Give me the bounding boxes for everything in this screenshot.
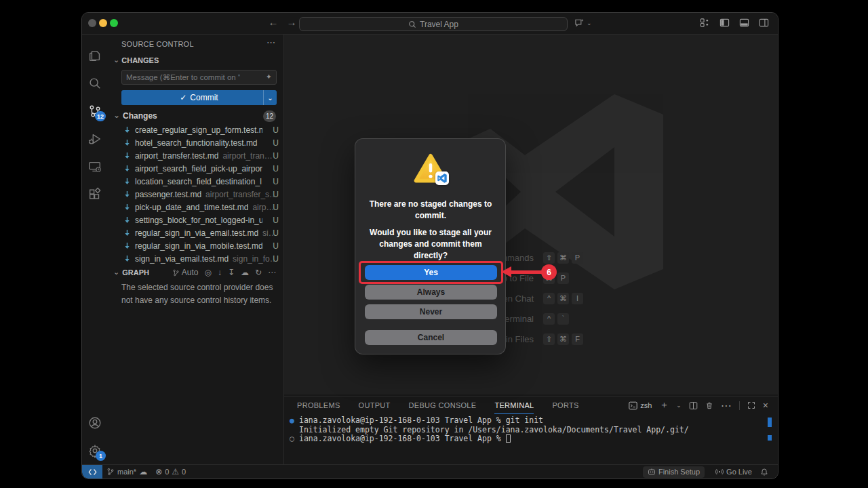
git-status-label: U	[273, 190, 279, 199]
copilot-menu[interactable]: ⌄	[574, 18, 592, 28]
git-status-label: U	[273, 216, 279, 225]
file-row[interactable]: settings_block_for_not_logged-in_u…U	[108, 214, 284, 226]
cancel-button[interactable]: Cancel	[365, 330, 497, 345]
commit-message-input[interactable]	[122, 70, 244, 84]
tab-debug-console[interactable]: DEBUG CONSOLE	[409, 396, 477, 414]
pull-icon[interactable]: ↧	[228, 268, 235, 277]
vscode-app-badge	[435, 171, 449, 185]
sidebar-item-source-control[interactable]: 12	[82, 97, 108, 125]
changes-section-header[interactable]: ⌄ CHANGES	[113, 56, 159, 65]
customize-layout-icon[interactable]	[700, 18, 710, 28]
markdown-file-icon	[123, 228, 132, 237]
sidebar-item-search[interactable]	[82, 69, 108, 97]
warnings-icon: ⚠	[172, 467, 179, 476]
maximize-panel-icon[interactable]	[747, 401, 755, 409]
run-debug-icon	[87, 131, 102, 146]
branch-icon	[172, 269, 180, 277]
file-row[interactable]: hotel_search_functionality.test.mdU	[108, 136, 284, 149]
graph-section-header[interactable]: ⌄ GRAPH Auto ◎ ↓ ↧ ☁ ↻ ⋯	[113, 266, 279, 279]
changes-tree-header[interactable]: ⌄ Changes 12	[113, 109, 279, 123]
sidebar-title: SOURCE CONTROL	[121, 40, 194, 48]
forward-icon[interactable]: →	[285, 16, 298, 28]
tab-terminal[interactable]: TERMINAL	[494, 396, 534, 414]
file-row[interactable]: sign_in_via_email.test.mdsign_in_fo…U	[108, 252, 284, 265]
workspace-title: Travel App	[420, 20, 458, 29]
settings-badge: 1	[96, 451, 106, 461]
sidebar-item-explorer[interactable]	[82, 41, 108, 69]
bottom-panel: PROBLEMS OUTPUT DEBUG CONSOLE TERMINAL P…	[284, 396, 778, 466]
extensions-icon	[87, 187, 102, 202]
finish-setup-button[interactable]: Finish Setup	[643, 466, 705, 478]
accounts-button[interactable]	[82, 409, 108, 436]
close-panel-icon[interactable]: ×	[763, 400, 768, 411]
git-status-label: U	[273, 151, 279, 161]
split-terminal-icon[interactable]	[689, 401, 698, 410]
status-bar: main* ☁ ⊗ 0 ⚠ 0 Finish Setup Go Live	[82, 464, 778, 479]
chevron-down-icon: ⌄	[113, 56, 119, 64]
publish-cloud-icon: ☁	[139, 467, 147, 476]
terminal-shell-label[interactable]: zsh	[629, 401, 652, 410]
push-cloud-icon[interactable]: ☁	[241, 268, 249, 277]
more-actions-icon[interactable]: ⋯	[267, 37, 275, 47]
chevron-down-icon[interactable]: ⌄	[676, 402, 682, 409]
back-icon[interactable]: ←	[267, 16, 280, 28]
close-window-button[interactable]	[88, 19, 96, 27]
sidebar-item-extensions[interactable]	[82, 180, 108, 208]
tab-ports[interactable]: PORTS	[552, 396, 578, 414]
branch-status[interactable]: main* ☁	[102, 465, 151, 479]
toggle-primary-sidebar-icon[interactable]	[719, 18, 730, 28]
scm-changes-badge: 12	[95, 111, 106, 121]
command-center-search[interactable]: Travel App	[299, 17, 568, 31]
file-row[interactable]: create_regular_sign_up_form.test.mdU	[108, 123, 284, 136]
markdown-file-icon	[123, 151, 132, 160]
zoom-window-button[interactable]	[110, 19, 118, 27]
divider	[739, 401, 740, 410]
graph-target-icon[interactable]: ◎	[204, 268, 211, 277]
file-row[interactable]: regular_sign_in_via_mobile.test.md…U	[108, 239, 284, 252]
generate-commit-message-icon[interactable]: ✦	[266, 73, 272, 81]
file-row[interactable]: airport_search_field_pick-up_airpor…U	[108, 162, 284, 175]
copilot-chat-icon	[574, 18, 585, 28]
go-live-button[interactable]: Go Live	[711, 465, 756, 479]
settings-button[interactable]: 1	[82, 436, 108, 464]
file-row[interactable]: pick-up_date_and_time.test.mdairp…U	[108, 201, 284, 214]
notifications-button[interactable]	[756, 465, 772, 479]
refresh-icon[interactable]: ↻	[255, 268, 262, 277]
account-icon	[87, 415, 102, 430]
activity-bar: 12 1	[82, 35, 108, 464]
terminal-icon	[629, 401, 637, 410]
markdown-file-icon	[123, 164, 132, 173]
more-actions-icon[interactable]: ⋯	[721, 399, 732, 412]
new-terminal-icon[interactable]: ＋	[659, 399, 669, 411]
git-status-label: U	[273, 203, 279, 212]
git-status-label: U	[273, 125, 279, 135]
markdown-file-icon	[123, 190, 132, 199]
tab-problems[interactable]: PROBLEMS	[297, 396, 340, 414]
graph-empty-message: The selected source control provider doe…	[121, 281, 283, 306]
errors-icon: ⊗	[155, 467, 162, 476]
toggle-panel-icon[interactable]	[739, 18, 749, 28]
fetch-icon[interactable]: ↓	[218, 268, 222, 277]
file-row[interactable]: location_search_field_destination_l…U	[108, 175, 284, 188]
terminal-output[interactable]: ●iana.zavoloka@ip-192-168-0-103 Travel A…	[290, 416, 689, 444]
remote-indicator[interactable]	[82, 465, 102, 479]
sidebar-item-remote-explorer[interactable]	[82, 152, 108, 180]
markdown-file-icon	[123, 138, 132, 147]
markdown-file-icon	[123, 254, 132, 263]
tab-output[interactable]: OUTPUT	[359, 396, 391, 414]
more-actions-icon[interactable]: ⋯	[268, 268, 276, 277]
always-button[interactable]: Always	[365, 285, 497, 300]
commit-dropdown-button[interactable]: ⌄	[263, 90, 277, 105]
never-button[interactable]: Never	[365, 304, 497, 319]
sidebar-item-run-debug[interactable]	[82, 125, 108, 152]
file-row[interactable]: passenger.test.mdairport_transfer_s…U	[108, 188, 284, 201]
graph-auto-toggle[interactable]: Auto	[172, 268, 199, 277]
file-row[interactable]: airport_transfer.test.mdairport_tran…U	[108, 149, 284, 162]
problems-status[interactable]: ⊗ 0 ⚠ 0	[151, 465, 190, 479]
toggle-secondary-sidebar-icon[interactable]	[759, 18, 769, 28]
search-icon	[87, 76, 102, 91]
file-row[interactable]: regular_sign_in_via_email.test.mdsi…U	[108, 226, 284, 239]
commit-button[interactable]: ✓ Commit ⌄	[121, 90, 277, 105]
trash-icon[interactable]	[705, 401, 713, 410]
minimize-window-button[interactable]	[99, 19, 107, 27]
